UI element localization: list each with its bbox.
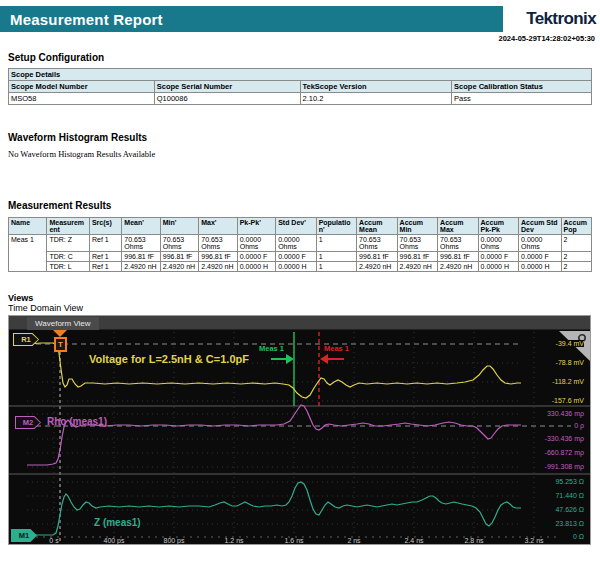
column-header: Std Dev': [276, 218, 316, 235]
table-cell: 0.0000 F: [237, 252, 275, 262]
table-cell: 0.0000 Ohms: [478, 235, 518, 252]
table-cell: 1: [316, 262, 356, 272]
x-axis-label: 3.2 ns: [514, 537, 554, 544]
table-cell: 0.0000 F: [276, 252, 316, 262]
y-axis-label: 0 ρ: [571, 422, 584, 429]
column-header: Min': [160, 218, 198, 235]
y-axis-label: 23.813 Ω: [552, 520, 584, 527]
table-cell: 996.81 fF: [357, 252, 397, 262]
column-header: Measurement: [47, 218, 90, 235]
time-domain-view-label: Time Domain View: [8, 303, 600, 313]
table-cell: 996.81 fF: [397, 252, 437, 262]
trigger-marker-icon[interactable]: [53, 330, 67, 337]
histogram-heading: Waveform Histogram Results: [8, 132, 600, 143]
column-header: Accum Std Dev: [519, 218, 562, 235]
table-cell: 0.0000 Ohms: [237, 235, 275, 252]
waveform-view-screenshot: Waveform View R1 M2 M1 T Voltage for L=2…: [8, 315, 591, 545]
setup-table-title: Scope Details: [9, 69, 592, 81]
trigger-t-badge[interactable]: T: [54, 337, 67, 352]
table-cell: 70.653 Ohms: [160, 235, 198, 252]
y-axis-label: -991.308 mρ: [542, 463, 584, 470]
table-cell: 996.81 fF: [160, 252, 198, 262]
rho-annotation: Rho (meas1): [47, 416, 107, 427]
table-cell: 2: [561, 235, 591, 252]
table-cell: Ref 1: [89, 262, 121, 272]
table-cell: Q100086: [154, 93, 300, 105]
column-header: Name: [9, 218, 47, 235]
column-header: Src(s): [89, 218, 121, 235]
logo-area: Tektronix: [503, 6, 600, 32]
column-header: Accum Max: [438, 218, 478, 235]
table-cell: 70.653 Ohms: [438, 235, 478, 252]
measurement-results-table: Name Measurement Src(s) Mean' Min' Max' …: [8, 217, 592, 272]
y-axis-label: -39.4 mV: [553, 340, 584, 347]
measurement-results-heading: Measurement Results: [8, 200, 600, 211]
table-cell: 996.81 fF: [199, 252, 237, 262]
table-cell: 0.0000 F: [478, 252, 518, 262]
table-cell: 2.4920 nH: [357, 262, 397, 272]
table-cell: 2: [561, 262, 591, 272]
table-cell: 0.0000 H: [519, 262, 562, 272]
table-cell: Ref 1: [89, 235, 121, 252]
column-header: Max': [199, 218, 237, 235]
table-cell: 0.0000 Ohms: [276, 235, 316, 252]
waveform-view-tab[interactable]: Waveform View: [27, 317, 99, 330]
table-row: TDR: C Ref 1 996.81 fF 996.81 fF 996.81 …: [9, 252, 592, 262]
table-cell: 2.4920 nH: [160, 262, 198, 272]
table-cell: 0.0000 H: [237, 262, 275, 272]
column-header: TekScope Version: [300, 81, 452, 93]
table-cell: 2.10.2: [300, 93, 452, 105]
voltage-annotation: Voltage for L=2.5nH & C=1.0pF: [89, 353, 249, 365]
table-cell: 1: [316, 252, 356, 262]
table-row: MSO58 Q100086 2.10.2 Pass: [9, 93, 592, 105]
table-cell: 2.4920 nH: [438, 262, 478, 272]
y-axis-label: -330.436 mρ: [542, 435, 584, 442]
meas1-red-label: Meas 1: [324, 344, 349, 353]
table-cell: 70.653 Ohms: [199, 235, 237, 252]
header-bar: Measurement Report: [0, 6, 503, 32]
column-header: Pk-Pk': [237, 218, 275, 235]
x-axis-label: 2.4 ns: [394, 537, 434, 544]
tektronix-logo: Tektronix: [526, 9, 600, 29]
table-row: TDR: L Ref 1 2.4920 nH 2.4920 nH 2.4920 …: [9, 262, 592, 272]
y-axis-label: -118.2 mV: [549, 378, 584, 385]
scope-title-bar: Waveform View: [9, 316, 590, 330]
x-axis-label: 1.2 ns: [214, 537, 254, 544]
table-cell: 70.653 Ohms: [357, 235, 397, 252]
y-axis-label: -78.8 mV: [553, 359, 584, 366]
table-cell: MSO58: [9, 93, 155, 105]
x-axis-label: 400 ps: [94, 537, 134, 544]
table-cell: 2: [561, 252, 591, 262]
table-cell: 1: [316, 235, 356, 252]
table-cell: 70.653 Ohms: [397, 235, 437, 252]
y-axis-label: 71.440 Ω: [552, 492, 584, 499]
x-axis-label: 0 s: [34, 537, 74, 544]
column-header: Scope Calibration Status: [452, 81, 592, 93]
report-timestamp: 2024-05-29T14:28:02+05:30: [0, 34, 600, 43]
table-cell: Ref 1: [89, 252, 121, 262]
column-header: Scope Serial Number: [154, 81, 300, 93]
x-axis-label: 2.8 ns: [454, 537, 494, 544]
y-axis-label: 0 Ω: [570, 533, 584, 540]
table-cell: 0.0000 H: [276, 262, 316, 272]
histogram-message: No Waveform Histogram Results Available: [8, 149, 600, 159]
table-cell: 2.4920 nH: [199, 262, 237, 272]
table-cell: TDR: C: [47, 252, 90, 262]
table-header-row: Name Measurement Src(s) Mean' Min' Max' …: [9, 218, 592, 235]
table-row: Meas 1 TDR: Z Ref 1 70.653 Ohms 70.653 O…: [9, 235, 592, 252]
y-axis-label: -660.872 mρ: [542, 449, 584, 456]
views-heading: Views: [8, 293, 600, 303]
rho-trace: [27, 405, 521, 465]
table-cell: 70.653 Ohms: [122, 235, 160, 252]
table-cell: Meas 1: [9, 235, 47, 272]
z-annotation: Z (meas1): [94, 517, 141, 528]
column-header: Accum Mean: [357, 218, 397, 235]
table-cell: TDR: L: [47, 262, 90, 272]
table-cell: 0.0000 Ohms: [519, 235, 562, 252]
setup-table: Scope Details Scope Model Number Scope S…: [8, 68, 592, 105]
y-axis-label: 95.253 Ω: [552, 478, 584, 485]
table-cell: 0.0000 F: [519, 252, 562, 262]
column-header: Population': [316, 218, 356, 235]
page-title: Measurement Report: [0, 11, 163, 28]
meas1-green-label: Meas 1: [259, 344, 284, 353]
